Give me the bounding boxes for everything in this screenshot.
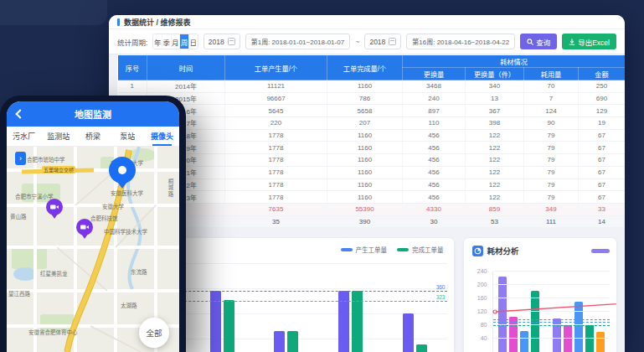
consumables-header: 耗材分析 <box>464 238 617 256</box>
year-start-value: 2018 <box>209 38 224 46</box>
year-end-select[interactable]: 2018 <box>364 34 401 49</box>
map-label: 安徽省合肥体育中心 <box>28 328 78 336</box>
period-option-5[interactable]: 日 <box>189 34 198 49</box>
map-canvas[interactable]: › 全部 合肥市琥珀中学安徽农业大学五里墩立交桥合肥市宁溪小学安徽医科大学安徽大… <box>7 147 179 352</box>
col-header-consumables-group: 耗材情况 <box>403 55 626 68</box>
consumables-plot <box>492 272 611 352</box>
camera-pin[interactable] <box>46 199 63 215</box>
bar <box>210 291 221 352</box>
year-start-select[interactable]: 2018 <box>204 34 240 49</box>
legend-swatch-completed <box>397 248 409 251</box>
export-label: 导出Excel <box>578 37 610 47</box>
map-label: 合肥市琥珀中学 <box>27 155 65 163</box>
map-label: 安徽大学 <box>102 202 124 210</box>
bar <box>403 313 414 352</box>
average-row: 平均值35390305311114 <box>118 215 626 228</box>
phone-header: 地图监测 <box>7 101 179 127</box>
map-label: 太湖路 <box>121 301 137 309</box>
map-label: 合肥市宁溪小学 <box>15 192 54 200</box>
range-separator: ~ <box>355 38 359 46</box>
workorder-legend: 产生工单量 完成工单量 <box>341 245 444 254</box>
y-tick-label: 200 <box>477 282 487 287</box>
col-header-completed: 工单完成量/个 <box>327 55 403 80</box>
phone-tabs: 污水厂监测站桥梁泵站摄像头 <box>7 127 179 147</box>
query-label: 查询 <box>536 37 550 47</box>
y-tick-label: 160 <box>477 295 487 301</box>
col-header-time: 时间 <box>147 55 225 80</box>
bar <box>287 331 298 352</box>
charts-row: 产生工单量 完成工单量 360323 耗材分析 <box>109 238 625 352</box>
period-option-3[interactable]: 月 <box>172 34 181 49</box>
search-icon <box>527 39 533 45</box>
calendar-icon <box>389 38 396 45</box>
y-tick-label: 120 <box>477 308 487 314</box>
camera-icon <box>80 224 89 230</box>
period-option-1[interactable]: 年 <box>153 34 162 49</box>
map-label: 五里墩立交桥 <box>42 166 75 173</box>
screenshot-canvas: 数据统计 / 维修报表 统计周期: 年季月周日 2018 第1周: 2018-0… <box>0 0 644 352</box>
table-row: 42017年2202071103989019 <box>118 117 626 130</box>
map-label: 合肥科技馆 <box>90 214 118 222</box>
bar-group <box>403 313 427 352</box>
map-label: 中国科学技术大学 <box>104 227 147 236</box>
bar-group <box>210 291 234 352</box>
camera-icon <box>50 204 59 210</box>
y-tick-label: 240 <box>477 268 487 274</box>
week-end-input[interactable]: 第16周: 2018-04-16~2018-04-22 <box>406 34 515 49</box>
map-label: 东流路 <box>131 267 147 276</box>
phone-tab-桥梁[interactable]: 桥梁 <box>75 127 110 146</box>
bar-group <box>274 331 298 352</box>
bar <box>274 331 285 352</box>
table-row: 22015年96667786240137690 <box>118 92 626 105</box>
sub-header-3: 耗用量 <box>524 68 579 80</box>
phone-screen: 地图监测 污水厂监测站桥梁泵站摄像头 <box>7 101 179 352</box>
period-segment[interactable]: 年季月周日 <box>152 34 198 49</box>
legend-item-created: 产生工单量 <box>341 245 388 254</box>
phone-tab-摄像头[interactable]: 摄像头 <box>145 127 179 146</box>
consumables-title: 耗材分析 <box>487 245 519 256</box>
breadcrumb: 数据统计 / 维修报表 <box>124 17 191 28</box>
table-row: 92022年177811604561227967 <box>118 179 626 191</box>
legend-label-completed: 完成工单量 <box>412 245 444 254</box>
filter-bar: 统计周期: 年季月周日 2018 第1周: 2018-01-01~2018-01… <box>109 29 625 54</box>
table-row: 62019年177811604561227967 <box>118 142 626 154</box>
query-button[interactable]: 查询 <box>520 34 557 49</box>
phone-tab-泵站[interactable]: 泵站 <box>111 127 145 146</box>
bar <box>416 344 427 352</box>
map-label: 红星美凯龙 <box>40 269 68 277</box>
map-label: 望江西路 <box>8 289 30 298</box>
y-tick-label: 40 <box>481 335 487 341</box>
table-row: 12014年111211160346834070250 <box>118 80 626 93</box>
background-deco <box>0 0 107 25</box>
map-label: 桐城路 <box>166 179 174 198</box>
legend-swatch-created <box>341 248 353 251</box>
legend-label-created: 产生工单量 <box>356 245 388 254</box>
pie-chart-icon <box>472 246 483 256</box>
sub-header-1: 更换量 <box>403 68 466 80</box>
period-option-4[interactable]: 周 <box>180 34 189 49</box>
col-header-created: 工单产生量/个 <box>225 55 327 80</box>
camera-pin[interactable] <box>76 219 93 236</box>
period-option-2[interactable]: 季 <box>162 34 172 49</box>
week-start-input[interactable]: 第1周: 2018-01-01~2018-01-07 <box>245 34 350 49</box>
week-end-value: 第16周: 2018-04-16~2018-04-22 <box>412 37 509 46</box>
total-row: 合计763555390433085934933 <box>118 203 626 215</box>
map-expand-button[interactable]: › <box>15 152 26 165</box>
week-start-value: 第1周: 2018-01-01~2018-01-07 <box>251 37 344 46</box>
phone-tab-污水厂[interactable]: 污水厂 <box>7 127 41 146</box>
bar <box>224 300 234 352</box>
calendar-icon <box>228 38 235 45</box>
back-chevron-icon[interactable] <box>15 109 24 118</box>
bar-group <box>338 291 363 352</box>
download-icon <box>569 39 575 45</box>
dashboard-panel: 数据统计 / 维修报表 统计周期: 年季月周日 2018 第1周: 2018-0… <box>109 15 625 352</box>
phone-tab-监测站[interactable]: 监测站 <box>41 127 75 146</box>
sub-header-4: 金额 <box>579 68 626 80</box>
legend-item-completed: 完成工单量 <box>397 245 444 254</box>
export-excel-button[interactable]: 导出Excel <box>562 34 616 49</box>
table-row: 72020年177811604561227967 <box>118 154 626 167</box>
table-row: 52018年177811604561227967 <box>118 129 626 142</box>
show-all-button[interactable]: 全部 <box>139 318 169 348</box>
selected-location-pin[interactable] <box>109 157 136 184</box>
period-label: 统计周期: <box>117 37 147 47</box>
